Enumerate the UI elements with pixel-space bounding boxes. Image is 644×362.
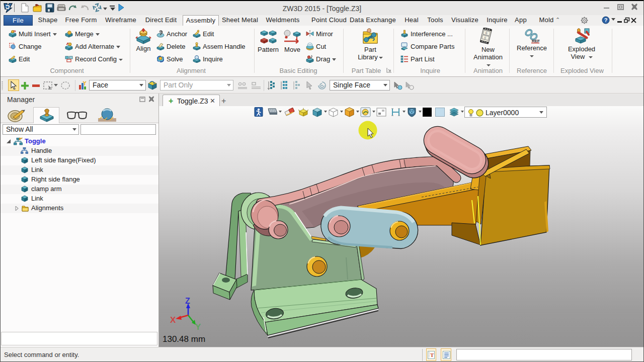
svg-text:REF: REF xyxy=(532,39,540,43)
svg-text:X: X xyxy=(170,315,176,325)
svg-text:Y: Y xyxy=(195,322,201,332)
svg-text:N: N xyxy=(14,30,16,33)
svg-text:T: T xyxy=(430,352,434,358)
svg-text:?: ? xyxy=(604,17,608,23)
svg-text:Z: Z xyxy=(185,297,190,305)
